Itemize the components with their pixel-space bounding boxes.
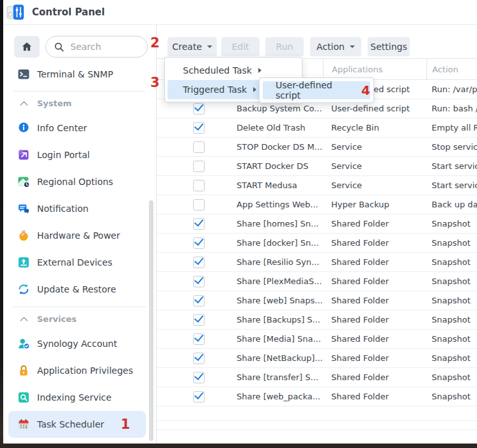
- table-row[interactable]: Share [Resilio Syn...Shared FolderSnapsh…: [157, 253, 477, 272]
- task-name-cell: Share [Resilio Syn...: [211, 253, 323, 271]
- action-cell: Snapshot: [426, 349, 477, 367]
- section-label: System: [37, 99, 72, 108]
- applications-cell: Shared Folder: [323, 214, 426, 233]
- sidebar-item-label: Login Portal: [37, 150, 90, 160]
- applications-cell: Shared Folder: [323, 387, 426, 406]
- table-row[interactable]: START Docker DSServiceStart servic: [157, 157, 477, 176]
- row-checkbox[interactable]: [193, 161, 205, 172]
- sidebar-item-login-portal[interactable]: Login Portal: [3, 141, 156, 168]
- table-row[interactable]: Share [transfer] S...Shared FolderSnapsh…: [157, 368, 477, 387]
- action-cell: Snapshot: [426, 234, 477, 252]
- action-cell: Snapshot: [426, 214, 477, 233]
- task-name-cell: STOP Docker DS M...: [211, 138, 323, 156]
- window-title: Control Panel: [32, 6, 105, 18]
- table-row[interactable]: App Settings Web...Hyper BackupBack up d…: [157, 195, 477, 214]
- task-name-cell: Share [Media] Sna...: [211, 330, 323, 348]
- sidebar-section-services[interactable]: Services: [3, 307, 156, 330]
- row-checkbox[interactable]: [193, 103, 205, 115]
- annotation-2: 2: [150, 35, 160, 51]
- annotation-4: 4: [361, 83, 370, 98]
- titlebar: Control Panel: [3, 0, 477, 25]
- row-checkbox[interactable]: [193, 314, 205, 326]
- action-cell: Run: bash /: [426, 99, 477, 118]
- task-name-cell: START Medusa: [211, 176, 323, 195]
- menu-item-user-defined-script[interactable]: User-defined script 4: [263, 81, 370, 99]
- table-row[interactable]: Share [docker] Sn...Shared FolderSnapsho…: [157, 234, 477, 253]
- sidebar-item-info-center[interactable]: Info Center: [3, 115, 156, 141]
- table-row[interactable]: Share [PlexMediaS...Shared FolderSnapsho…: [157, 272, 477, 291]
- sidebar-item-indexing-service[interactable]: Indexing Service: [3, 384, 156, 411]
- column-header-action[interactable]: Action: [426, 59, 477, 79]
- row-checkbox[interactable]: [193, 122, 205, 134]
- sidebar-item-label: Terminal & SNMP: [37, 69, 113, 79]
- table-row[interactable]: STOP Docker DS M...ServiceStop servic: [157, 138, 477, 157]
- sidebar-item-external-devices[interactable]: External Devices: [3, 249, 156, 276]
- applications-cell: Service: [323, 176, 426, 195]
- caret-down-icon: [207, 45, 212, 48]
- home-button[interactable]: [14, 36, 40, 58]
- row-checkbox[interactable]: [193, 141, 205, 153]
- create-button[interactable]: Create: [168, 37, 217, 56]
- table-row[interactable]: Share [web] Snaps...Shared FolderSnapsho…: [157, 291, 477, 310]
- settings-button[interactable]: Settings: [368, 37, 410, 56]
- sidebar-item-regional-options[interactable]: Regional Options: [3, 168, 156, 195]
- sidebar-item-label: Synology Account: [37, 339, 117, 349]
- applications-cell: Shared Folder: [323, 368, 426, 387]
- sidebar-item-synology-account[interactable]: Synology Account: [3, 330, 156, 357]
- task-scheduler-icon: [17, 418, 30, 431]
- sidebar-item-terminal-snmp[interactable]: Terminal & SNMP: [3, 61, 156, 87]
- table-row[interactable]: Share [Media] Sna...Shared FolderSnapsho…: [157, 330, 477, 349]
- search-input[interactable]: [69, 41, 142, 52]
- applications-cell: Shared Folder: [323, 349, 426, 367]
- row-checkbox[interactable]: [193, 295, 205, 307]
- info-center-icon: [17, 122, 30, 134]
- row-checkbox[interactable]: [193, 237, 205, 249]
- table-row[interactable]: Share [homes] Sn...Shared FolderSnapshot: [157, 214, 477, 234]
- action-cell: Start servic: [426, 157, 477, 175]
- sidebar-item-label: Regional Options: [37, 177, 113, 187]
- row-checkbox[interactable]: [193, 372, 205, 383]
- task-name-cell: Share [PlexMediaS...: [211, 272, 323, 291]
- row-checkbox[interactable]: [193, 257, 205, 268]
- edit-button[interactable]: Edit: [221, 37, 260, 56]
- row-checkbox[interactable]: [193, 276, 205, 287]
- sidebar-item-update-restore[interactable]: Update & Restore: [3, 276, 156, 303]
- sidebar-item-application-privileges[interactable]: Application Privileges: [3, 357, 156, 384]
- table-row[interactable]: START MedusaServiceStart servic: [157, 176, 477, 195]
- table-row[interactable]: Delete Old TrashRecycle BinEmpty all R: [157, 118, 477, 138]
- empty-row: [157, 421, 477, 430]
- row-checkbox[interactable]: [193, 180, 205, 191]
- table-row[interactable]: Share [NetBackup]...Shared FolderSnapsho…: [157, 349, 477, 368]
- row-checkbox[interactable]: [193, 391, 205, 403]
- section-label: Services: [37, 314, 77, 324]
- table-row[interactable]: Share [web_packa...Shared FolderSnapshot: [157, 387, 477, 406]
- submenu-arrow-icon: [253, 87, 256, 92]
- applications-cell: Shared Folder: [323, 291, 426, 310]
- sidebar-item-task-scheduler[interactable]: Task Scheduler1: [8, 411, 146, 438]
- hardware-power-icon: [17, 229, 30, 242]
- column-header-applications[interactable]: Applications: [323, 59, 426, 79]
- row-checkbox[interactable]: [193, 333, 205, 345]
- row-checkbox[interactable]: [193, 353, 205, 364]
- regional-options-icon: [17, 175, 30, 188]
- action-button[interactable]: Action: [310, 37, 361, 56]
- action-cell: Snapshot: [426, 310, 477, 329]
- row-checkbox[interactable]: [193, 218, 205, 230]
- sidebar-item-hardware-power[interactable]: Hardware & Power: [3, 222, 156, 249]
- run-button[interactable]: Run: [265, 37, 304, 56]
- sidebar-item-notification[interactable]: Notification: [3, 195, 156, 222]
- applications-cell: Shared Folder: [323, 234, 426, 252]
- applications-cell: Recycle Bin: [323, 118, 426, 137]
- task-name-cell: App Settings Web...: [211, 195, 323, 214]
- row-checkbox[interactable]: [193, 199, 205, 211]
- action-cell: Snapshot: [426, 253, 477, 271]
- task-name-cell: Share [web] Snaps...: [211, 291, 323, 310]
- table-row[interactable]: Share [Backups] S...Shared FolderSnapsho…: [157, 310, 477, 330]
- sidebar-scrollbar[interactable]: [149, 200, 153, 441]
- application-privileges-icon: [17, 364, 30, 377]
- home-icon: [21, 41, 33, 52]
- task-name-cell: Share [web_packa...: [211, 387, 323, 406]
- sidebar-section-system[interactable]: System: [3, 92, 156, 115]
- task-name-cell: START Docker DS: [211, 157, 323, 175]
- annotation-1: 1: [121, 417, 130, 432]
